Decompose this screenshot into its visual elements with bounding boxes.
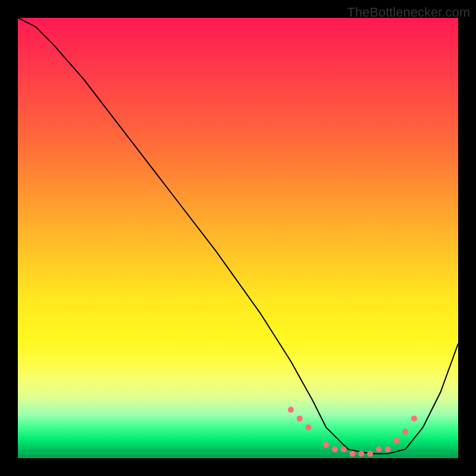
marker-dots (288, 407, 417, 457)
marker-dot (349, 451, 355, 457)
marker-dot (323, 442, 329, 448)
watermark-text: TheBottlenecker.com (347, 5, 470, 20)
marker-dot (358, 451, 364, 457)
marker-dot (402, 429, 408, 435)
chart-frame: TheBottlenecker.com (0, 0, 476, 476)
marker-dot (367, 451, 373, 457)
marker-dot (411, 415, 417, 421)
marker-dot (376, 446, 382, 452)
marker-dot (385, 446, 391, 452)
marker-dot (288, 407, 294, 413)
marker-dot (341, 446, 347, 452)
bottleneck-curve (18, 18, 458, 454)
curve-svg (18, 18, 458, 458)
marker-dot (297, 415, 303, 421)
plot-area (18, 18, 458, 458)
marker-dot (332, 446, 338, 452)
marker-dot (305, 424, 311, 430)
marker-dot (393, 437, 399, 443)
